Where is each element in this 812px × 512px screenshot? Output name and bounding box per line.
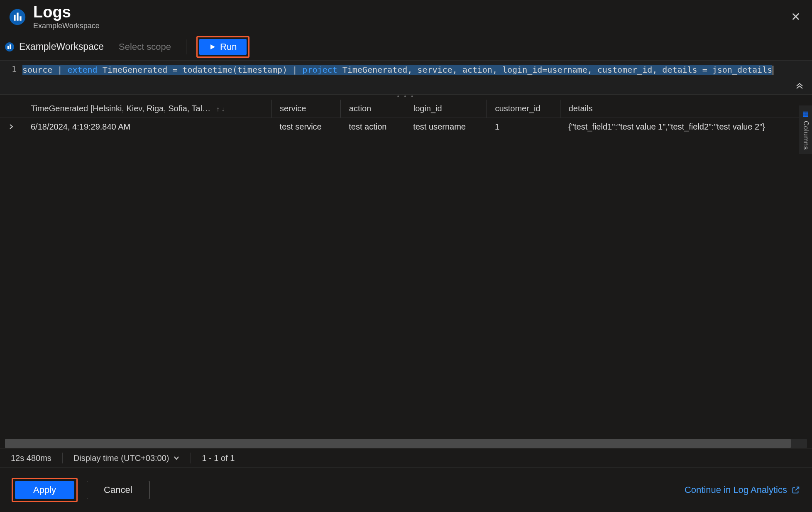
continue-log-analytics-link[interactable]: Continue in Log Analytics <box>685 485 800 495</box>
svg-marker-7 <box>210 44 215 49</box>
result-pager: 1 - 1 of 1 <box>202 453 235 463</box>
select-scope-button[interactable]: Select scope <box>114 39 176 55</box>
col-time-generated[interactable]: TimeGenerated [Helsinki, Kiev, Riga, Sof… <box>22 100 271 118</box>
logs-product-icon <box>8 8 27 26</box>
col-login-id[interactable]: login_id <box>405 100 487 118</box>
run-button-highlight: Run <box>196 36 249 58</box>
run-button-label: Run <box>220 42 237 52</box>
app-root: Logs ExampleWorkspace ✕ ExampleWorkspace… <box>0 0 812 512</box>
query-timing: 12s 480ms <box>11 453 51 463</box>
page-subtitle: ExampleWorkspace <box>33 22 100 30</box>
cell-time: 6/18/2024, 4:19:29.840 AM <box>22 118 271 136</box>
workspace-name: ExampleWorkspace <box>19 41 104 52</box>
apply-button-highlight: Apply <box>12 478 78 502</box>
statusbar-separator <box>62 453 63 463</box>
svg-rect-2 <box>17 13 18 21</box>
columns-panel-toggle[interactable]: ▦ Columns <box>799 105 812 154</box>
cancel-button[interactable]: Cancel <box>87 481 149 499</box>
resize-handle[interactable]: • • • <box>0 95 812 100</box>
collapse-editor-icon[interactable] <box>795 81 804 92</box>
horizontal-scrollbar[interactable] <box>5 439 807 448</box>
chevron-down-icon <box>173 455 180 461</box>
svg-rect-1 <box>14 15 15 21</box>
external-link-icon <box>791 485 800 495</box>
workspace-selector[interactable]: ExampleWorkspace <box>4 41 104 52</box>
header: Logs ExampleWorkspace ✕ <box>0 0 812 34</box>
col-customer-id[interactable]: customer_id <box>487 100 560 118</box>
expand-header <box>0 100 22 118</box>
columns-label: Columns <box>802 121 810 150</box>
display-time-label: Display time (UTC+03:00) <box>73 453 169 463</box>
close-icon[interactable]: ✕ <box>788 8 804 26</box>
results-table: TimeGenerated [Helsinki, Kiev, Riga, Sof… <box>0 100 812 136</box>
page-title: Logs <box>33 4 100 21</box>
workspace-icon <box>4 42 15 52</box>
table-row[interactable]: 6/18/2024, 4:19:29.840 AM test service t… <box>0 118 812 136</box>
cell-customer-id: 1 <box>487 118 560 136</box>
toolbar-separator <box>186 39 186 54</box>
status-bar: 12s 480ms Display time (UTC+03:00) 1 - 1… <box>0 448 812 468</box>
run-button[interactable]: Run <box>199 39 247 55</box>
svg-rect-6 <box>10 44 11 49</box>
col-action[interactable]: action <box>340 100 405 118</box>
svg-rect-3 <box>20 17 21 21</box>
query-editor[interactable]: 1 source | extend TimeGenerated = todate… <box>0 61 812 95</box>
cell-service: test service <box>271 118 341 136</box>
sort-icon[interactable]: ↑ ↓ <box>216 105 225 113</box>
cell-action: test action <box>340 118 405 136</box>
header-titles: Logs ExampleWorkspace <box>33 4 100 30</box>
statusbar-separator-right <box>191 453 191 463</box>
line-number-gutter: 1 <box>0 61 22 94</box>
col-details[interactable]: details <box>560 100 812 118</box>
col-time-generated-label: TimeGenerated [Helsinki, Kiev, Riga, Sof… <box>31 104 210 113</box>
svg-rect-5 <box>7 46 9 49</box>
play-icon <box>209 44 216 50</box>
results-body: TimeGenerated [Helsinki, Kiev, Riga, Sof… <box>0 100 812 439</box>
cell-login-id: test username <box>405 118 487 136</box>
query-text[interactable]: source | extend TimeGenerated = todateti… <box>22 61 812 94</box>
expand-row-icon[interactable] <box>0 118 22 136</box>
toolbar: ExampleWorkspace Select scope Run <box>0 34 812 61</box>
editor-line: 1 source | extend TimeGenerated = todate… <box>0 61 812 94</box>
results-panel: TimeGenerated [Helsinki, Kiev, Riga, Sof… <box>0 100 812 468</box>
table-header-row: TimeGenerated [Helsinki, Kiev, Riga, Sof… <box>0 100 812 118</box>
continue-label: Continue in Log Analytics <box>685 485 787 495</box>
display-time-dropdown[interactable]: Display time (UTC+03:00) <box>73 453 180 463</box>
apply-button[interactable]: Apply <box>15 481 74 499</box>
footer: Apply Cancel Continue in Log Analytics <box>0 468 812 512</box>
col-service[interactable]: service <box>271 100 341 118</box>
columns-icon: ▦ <box>802 110 809 118</box>
cell-details: {"test_field1":"test value 1","test_fiel… <box>560 118 812 136</box>
